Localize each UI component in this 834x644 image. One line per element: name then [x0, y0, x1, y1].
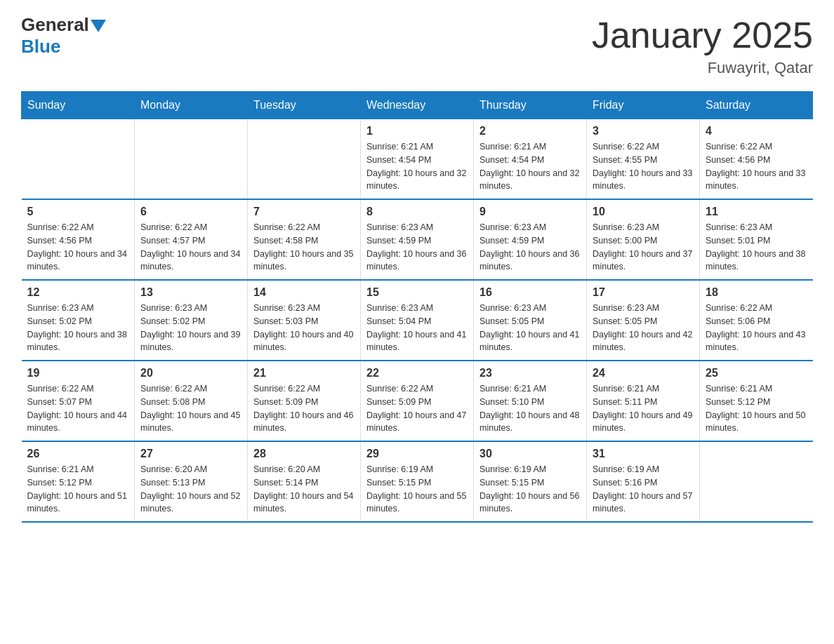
day-number: 1 — [366, 125, 468, 137]
day-header-tuesday: Tuesday — [248, 92, 361, 119]
calendar-cell: 22Sunrise: 6:22 AM Sunset: 5:09 PM Dayli… — [361, 361, 474, 441]
calendar-cell: 18Sunrise: 6:22 AM Sunset: 5:06 PM Dayli… — [700, 280, 813, 361]
day-number: 5 — [27, 206, 129, 218]
calendar-week-5: 26Sunrise: 6:21 AM Sunset: 5:12 PM Dayli… — [22, 441, 813, 522]
calendar-body: 1Sunrise: 6:21 AM Sunset: 4:54 PM Daylig… — [22, 119, 813, 523]
calendar-cell: 5Sunrise: 6:22 AM Sunset: 4:56 PM Daylig… — [22, 199, 135, 280]
calendar-cell: 7Sunrise: 6:22 AM Sunset: 4:58 PM Daylig… — [248, 199, 361, 280]
day-number: 13 — [140, 286, 241, 299]
logo-triangle-icon — [89, 15, 106, 35]
day-info: Sunrise: 6:22 AM Sunset: 5:07 PM Dayligh… — [27, 382, 129, 435]
calendar-cell: 8Sunrise: 6:23 AM Sunset: 4:59 PM Daylig… — [361, 199, 474, 280]
calendar-cell — [135, 119, 248, 200]
day-header-thursday: Thursday — [474, 92, 587, 119]
days-of-week-row: SundayMondayTuesdayWednesdayThursdayFrid… — [22, 92, 813, 119]
day-number: 20 — [140, 367, 241, 380]
calendar-cell: 3Sunrise: 6:22 AM Sunset: 4:55 PM Daylig… — [587, 119, 700, 200]
day-header-saturday: Saturday — [700, 92, 813, 119]
day-number: 30 — [479, 448, 581, 460]
day-info: Sunrise: 6:19 AM Sunset: 5:15 PM Dayligh… — [366, 463, 468, 516]
day-number: 28 — [253, 448, 355, 460]
calendar-week-3: 12Sunrise: 6:23 AM Sunset: 5:02 PM Dayli… — [22, 280, 813, 361]
day-number: 12 — [27, 286, 129, 299]
calendar-week-4: 19Sunrise: 6:22 AM Sunset: 5:07 PM Dayli… — [22, 361, 813, 441]
calendar-cell: 11Sunrise: 6:23 AM Sunset: 5:01 PM Dayli… — [700, 199, 813, 280]
day-number: 24 — [593, 367, 694, 380]
day-info: Sunrise: 6:22 AM Sunset: 4:56 PM Dayligh… — [27, 221, 129, 274]
calendar-cell: 19Sunrise: 6:22 AM Sunset: 5:07 PM Dayli… — [22, 361, 135, 441]
day-number: 18 — [706, 286, 807, 299]
calendar-week-1: 1Sunrise: 6:21 AM Sunset: 4:54 PM Daylig… — [22, 119, 813, 200]
day-number: 17 — [593, 286, 694, 299]
day-info: Sunrise: 6:22 AM Sunset: 5:06 PM Dayligh… — [706, 302, 807, 354]
calendar-cell — [248, 119, 361, 200]
day-info: Sunrise: 6:19 AM Sunset: 5:15 PM Dayligh… — [479, 463, 581, 516]
day-number: 2 — [479, 125, 581, 137]
calendar-cell: 13Sunrise: 6:23 AM Sunset: 5:02 PM Dayli… — [135, 280, 248, 361]
calendar-cell: 12Sunrise: 6:23 AM Sunset: 5:02 PM Dayli… — [22, 280, 135, 361]
day-number: 6 — [140, 206, 241, 218]
day-number: 10 — [593, 206, 694, 218]
day-info: Sunrise: 6:23 AM Sunset: 5:02 PM Dayligh… — [27, 302, 129, 354]
day-info: Sunrise: 6:23 AM Sunset: 5:01 PM Dayligh… — [706, 221, 807, 274]
calendar-cell: 20Sunrise: 6:22 AM Sunset: 5:08 PM Dayli… — [135, 361, 248, 441]
calendar-cell: 27Sunrise: 6:20 AM Sunset: 5:13 PM Dayli… — [135, 441, 248, 522]
calendar-week-2: 5Sunrise: 6:22 AM Sunset: 4:56 PM Daylig… — [22, 199, 813, 280]
day-info: Sunrise: 6:23 AM Sunset: 5:05 PM Dayligh… — [593, 302, 694, 354]
day-info: Sunrise: 6:22 AM Sunset: 5:09 PM Dayligh… — [253, 382, 355, 435]
day-info: Sunrise: 6:21 AM Sunset: 5:12 PM Dayligh… — [27, 463, 129, 516]
title-block: January 2025 Fuwayrit, Qatar — [592, 14, 813, 77]
calendar-cell: 25Sunrise: 6:21 AM Sunset: 5:12 PM Dayli… — [700, 361, 813, 441]
logo: General Blue — [21, 14, 106, 58]
logo-blue-text: Blue — [21, 36, 60, 57]
day-info: Sunrise: 6:19 AM Sunset: 5:16 PM Dayligh… — [593, 463, 694, 516]
calendar-cell: 14Sunrise: 6:23 AM Sunset: 5:03 PM Dayli… — [248, 280, 361, 361]
day-number: 3 — [593, 125, 694, 137]
day-info: Sunrise: 6:23 AM Sunset: 4:59 PM Dayligh… — [366, 221, 468, 274]
day-info: Sunrise: 6:20 AM Sunset: 5:13 PM Dayligh… — [140, 463, 241, 516]
day-number: 16 — [479, 286, 581, 299]
calendar-cell: 1Sunrise: 6:21 AM Sunset: 4:54 PM Daylig… — [361, 119, 474, 200]
day-number: 29 — [366, 448, 468, 460]
day-info: Sunrise: 6:21 AM Sunset: 4:54 PM Dayligh… — [479, 140, 581, 193]
day-number: 11 — [706, 206, 807, 218]
calendar-header: SundayMondayTuesdayWednesdayThursdayFrid… — [22, 92, 813, 119]
day-info: Sunrise: 6:21 AM Sunset: 4:54 PM Dayligh… — [366, 140, 468, 193]
day-info: Sunrise: 6:23 AM Sunset: 5:03 PM Dayligh… — [253, 302, 355, 354]
calendar-cell: 10Sunrise: 6:23 AM Sunset: 5:00 PM Dayli… — [587, 199, 700, 280]
day-number: 31 — [593, 448, 694, 460]
calendar-cell: 9Sunrise: 6:23 AM Sunset: 4:59 PM Daylig… — [474, 199, 587, 280]
day-info: Sunrise: 6:23 AM Sunset: 5:00 PM Dayligh… — [593, 221, 694, 274]
day-info: Sunrise: 6:21 AM Sunset: 5:12 PM Dayligh… — [706, 382, 807, 435]
calendar-table: SundayMondayTuesdayWednesdayThursdayFrid… — [21, 91, 813, 523]
day-number: 25 — [706, 367, 807, 380]
day-number: 21 — [253, 367, 355, 380]
calendar-cell: 2Sunrise: 6:21 AM Sunset: 4:54 PM Daylig… — [474, 119, 587, 200]
day-header-monday: Monday — [135, 92, 248, 119]
calendar-cell: 29Sunrise: 6:19 AM Sunset: 5:15 PM Dayli… — [361, 441, 474, 522]
day-header-sunday: Sunday — [22, 92, 135, 119]
calendar-cell: 31Sunrise: 6:19 AM Sunset: 5:16 PM Dayli… — [587, 441, 700, 522]
day-info: Sunrise: 6:23 AM Sunset: 5:04 PM Dayligh… — [366, 302, 468, 354]
calendar-cell: 24Sunrise: 6:21 AM Sunset: 5:11 PM Dayli… — [587, 361, 700, 441]
day-info: Sunrise: 6:22 AM Sunset: 5:08 PM Dayligh… — [140, 382, 241, 435]
calendar-cell: 15Sunrise: 6:23 AM Sunset: 5:04 PM Dayli… — [361, 280, 474, 361]
month-title: January 2025 — [592, 14, 813, 56]
day-number: 15 — [366, 286, 468, 299]
day-number: 4 — [706, 125, 807, 137]
day-number: 14 — [253, 286, 355, 299]
day-info: Sunrise: 6:21 AM Sunset: 5:11 PM Dayligh… — [593, 382, 694, 435]
day-number: 23 — [479, 367, 581, 380]
day-number: 22 — [366, 367, 468, 380]
location-title: Fuwayrit, Qatar — [592, 59, 813, 77]
day-number: 26 — [27, 448, 129, 460]
calendar-cell: 4Sunrise: 6:22 AM Sunset: 4:56 PM Daylig… — [700, 119, 813, 200]
day-info: Sunrise: 6:22 AM Sunset: 4:56 PM Dayligh… — [706, 140, 807, 193]
day-number: 9 — [479, 206, 581, 218]
calendar-cell: 17Sunrise: 6:23 AM Sunset: 5:05 PM Dayli… — [587, 280, 700, 361]
day-info: Sunrise: 6:23 AM Sunset: 5:05 PM Dayligh… — [479, 302, 581, 354]
day-number: 8 — [366, 206, 468, 218]
calendar-cell: 30Sunrise: 6:19 AM Sunset: 5:15 PM Dayli… — [474, 441, 587, 522]
day-info: Sunrise: 6:23 AM Sunset: 4:59 PM Dayligh… — [479, 221, 581, 274]
calendar-cell: 16Sunrise: 6:23 AM Sunset: 5:05 PM Dayli… — [474, 280, 587, 361]
